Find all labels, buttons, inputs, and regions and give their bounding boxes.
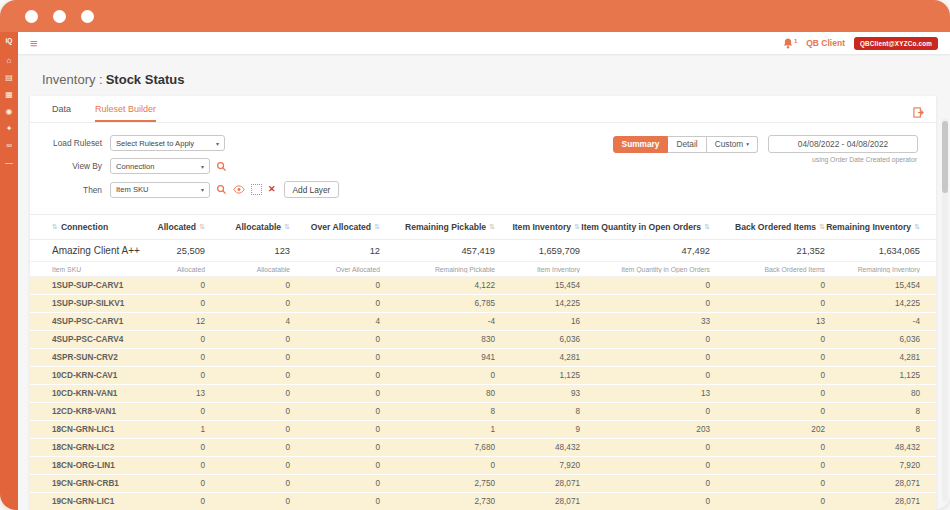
value-cell: 0 (710, 299, 825, 308)
sku-cell: 10CD-KRN-VAN1 (52, 389, 147, 398)
summary-button[interactable]: Summary (613, 136, 669, 153)
window-control-dot[interactable] (81, 10, 94, 23)
table-row[interactable]: 10CD-KRN-VAN11300809313080 (30, 385, 936, 403)
value-cell: 0 (580, 281, 710, 290)
table-row[interactable]: 18CN-ORG-LIN100007,920007,920 (30, 457, 936, 475)
value-cell: -4 (380, 317, 495, 326)
column-header[interactable]: Item Quantity in Open Orders⇅ (580, 222, 710, 232)
value-cell: 2,750 (380, 479, 495, 488)
tab-data[interactable]: Data (52, 104, 71, 122)
menu-icon[interactable]: ≡ (30, 37, 38, 50)
eye-icon[interactable] (233, 185, 245, 194)
table-row[interactable]: 12CD-KR8-VAN100088008 (30, 403, 936, 421)
value-cell: 0 (205, 461, 290, 470)
value-cell: 0 (205, 443, 290, 452)
value-cell: 8 (825, 425, 920, 434)
scrollbar-thumb[interactable] (942, 121, 948, 193)
table-header-row: ⇅ConnectionAllocated⇅Allocatable⇅Over Al… (30, 214, 936, 240)
value-cell: 15,454 (495, 281, 580, 290)
value-cell: 0 (290, 281, 380, 290)
value-cell: 28,071 (825, 497, 920, 506)
group-name: Amazing Client A++ (52, 245, 147, 256)
column-header[interactable]: Allocated⇅ (147, 222, 205, 232)
column-header[interactable]: Back Ordered Items⇅ (710, 222, 825, 232)
load-ruleset-label: Load Ruleset (30, 138, 102, 148)
integrations-icon[interactable]: ∞ (6, 142, 12, 150)
scrollbar[interactable] (942, 118, 948, 502)
view-by-select[interactable]: Connection ▾ (110, 158, 210, 174)
table-body: 1SUP-SUP-CARV10004,12215,4540015,4541SUP… (30, 277, 936, 510)
table-row[interactable]: 4SPR-SUN-CRV20009414,281004,281 (30, 349, 936, 367)
client-name[interactable]: QB Client (806, 38, 845, 48)
value-cell: 8 (825, 407, 920, 416)
table-row[interactable]: 18CN-GRN-LIC1100192032028 (30, 421, 936, 439)
value-cell: 0 (710, 497, 825, 506)
stock-status-table: ⇅ConnectionAllocated⇅Allocatable⇅Over Al… (30, 214, 936, 510)
value-cell: 0 (205, 425, 290, 434)
group-value: 457,419 (380, 246, 495, 256)
table-row[interactable]: 4SUP-PSC-CARV11244-4163313-4 (30, 313, 936, 331)
value-cell: 0 (710, 353, 825, 362)
table-row[interactable]: 1SUP-SUP-SILKV10006,78514,2250014,225 (30, 295, 936, 313)
value-cell: 7,920 (495, 461, 580, 470)
inventory-icon[interactable]: ▦ (5, 91, 13, 99)
column-header[interactable]: Item Inventory⇅ (495, 222, 580, 232)
value-cell: 14,225 (495, 299, 580, 308)
grid-icon[interactable] (251, 184, 262, 195)
dashboard-icon[interactable]: ▤ (5, 74, 13, 82)
export-icon[interactable] (913, 107, 924, 122)
add-layer-button[interactable]: Add Layer (284, 181, 340, 198)
view-controls: Summary Detail Custom ▾ 04/08/2022 - 04/… (613, 135, 918, 153)
load-ruleset-select[interactable]: Select Ruleset to Apply ▾ (110, 135, 225, 151)
search-icon[interactable]: ◉ (6, 108, 13, 116)
chevron-down-icon: ▾ (210, 140, 219, 147)
subcolumn-header: Back Ordered Items (710, 266, 825, 273)
column-header[interactable]: Remaining Inventory⇅ (825, 222, 920, 232)
table-row[interactable]: 10CD-KRN-CAV100001,125001,125 (30, 367, 936, 385)
window-control-dot[interactable] (25, 10, 38, 23)
notification-icon[interactable]: 1 (783, 38, 797, 49)
table-row[interactable]: 1SUP-SUP-CARV10004,12215,4540015,454 (30, 277, 936, 295)
value-cell: 8 (495, 407, 580, 416)
value-cell: 0 (710, 389, 825, 398)
sort-icon[interactable]: ⇅ (914, 223, 920, 231)
column-header-label: Over Allocated (311, 222, 371, 232)
value-cell: 1 (147, 425, 205, 434)
home-icon[interactable]: ⌂ (7, 57, 12, 65)
value-cell: 0 (147, 407, 205, 416)
table-row[interactable]: 18CN-GRN-LIC20007,68048,4320048,432 (30, 439, 936, 457)
then-row: Then Item SKU ▾ (30, 181, 922, 198)
notification-count: 1 (794, 38, 797, 44)
tab-ruleset-builder[interactable]: Ruleset Builder (95, 104, 156, 122)
window-control-dot[interactable] (53, 10, 66, 23)
column-header[interactable]: Allocatable⇅ (205, 222, 290, 232)
table-row[interactable]: 19CN-GRN-CRB10002,75028,0710028,071 (30, 475, 936, 493)
value-cell: 0 (290, 497, 380, 506)
search-icon[interactable] (216, 161, 227, 172)
value-cell: 0 (147, 479, 205, 488)
value-cell: -4 (825, 317, 920, 326)
column-header[interactable]: ⇅Connection (52, 222, 147, 232)
column-header[interactable]: Over Allocated⇅ (290, 222, 380, 232)
table-row[interactable]: 4SUP-PSC-CARV40008306,036006,036 (30, 331, 936, 349)
search-icon[interactable] (216, 184, 227, 195)
sku-cell: 18CN-GRN-LIC1 (52, 425, 147, 434)
table-row[interactable]: 19CN-GRN-LIC10002,73028,0710028,071 (30, 493, 936, 510)
remove-layer-icon[interactable]: ✕ (268, 185, 276, 194)
group-row[interactable]: Amazing Client A++25,50912312457,4191,65… (30, 240, 936, 262)
more-icon[interactable]: — (5, 159, 13, 167)
sku-cell: 4SUP-PSC-CARV4 (52, 335, 147, 344)
date-range-input[interactable]: 04/08/2022 - 04/08/2022 (768, 135, 918, 153)
user-badge[interactable]: QBClient@XYZCo.com (854, 37, 938, 50)
detail-button[interactable]: Detail (668, 136, 706, 153)
then-select[interactable]: Item SKU ▾ (110, 182, 210, 198)
value-cell: 4,122 (380, 281, 495, 290)
column-header[interactable]: Remaining Pickable⇅ (380, 222, 495, 232)
value-cell: 1 (380, 425, 495, 434)
value-cell: 93 (495, 389, 580, 398)
sort-icon[interactable]: ⇅ (52, 223, 58, 231)
value-cell: 0 (147, 443, 205, 452)
custom-button[interactable]: Custom ▾ (707, 136, 758, 153)
value-cell: 0 (710, 335, 825, 344)
tools-icon[interactable]: ✦ (6, 125, 13, 133)
